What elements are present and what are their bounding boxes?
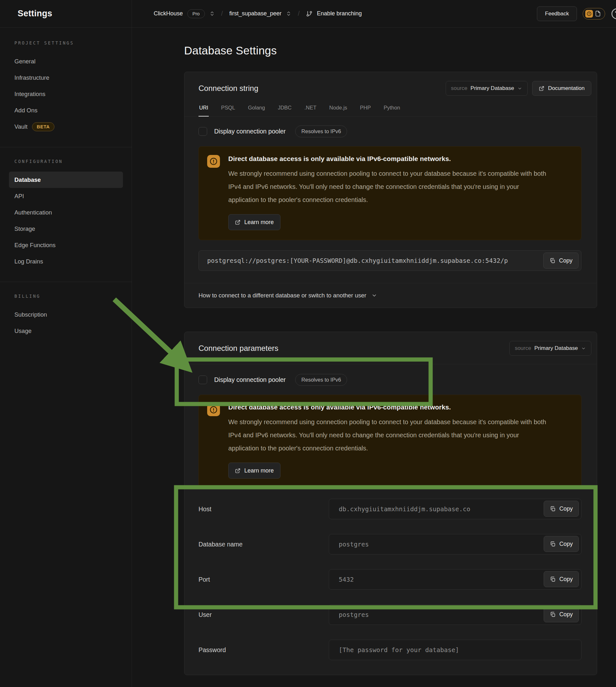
source-select-value: Primary Database <box>534 345 578 352</box>
breadcrumb-project[interactable]: first_supabase_peer <box>229 10 281 17</box>
external-link-icon <box>539 86 544 91</box>
sidebar-item-general[interactable]: General <box>9 53 123 69</box>
learn-more-button[interactable]: Learn more <box>228 463 281 479</box>
pooler-row: Display connection pooler Resolves to IP… <box>198 126 581 137</box>
top-header: Settings ClickHouse Pro / first_supabase… <box>0 0 616 27</box>
param-value: postgres <box>339 611 369 619</box>
sidebar-item-label: Vault <box>15 123 27 130</box>
sidebar-item-authentication[interactable]: Authentication <box>9 204 123 221</box>
copy-button-label: Copy <box>559 258 572 264</box>
param-row-database-name: Database namepostgres Copy <box>198 534 581 554</box>
connection-uri-field[interactable]: postgresql://postgres:[YOUR-PASSWORD]@db… <box>198 250 581 271</box>
sidebar-item-label: API <box>15 193 24 200</box>
sidebar-item-storage[interactable]: Storage <box>9 221 123 237</box>
org-selector-chevrons-icon[interactable] <box>210 11 215 16</box>
source-select[interactable]: source Primary Database <box>446 81 528 96</box>
connection-string-tabs: URIPSQLGolangJDBC.NETNode.jsPHPPython <box>184 101 597 116</box>
copy-icon <box>549 258 555 264</box>
warning-body: We strongly recommend using connection p… <box>228 167 548 206</box>
org-status-button[interactable] <box>583 8 605 20</box>
external-link-icon <box>235 468 240 473</box>
settings-page: Settings ClickHouse Pro / first_supabase… <box>0 0 616 687</box>
breadcrumb-org[interactable]: ClickHouse <box>154 10 183 17</box>
connection-parameters-fields: Hostdb.cxhygiuitamxhniiddjm.supabase.co … <box>198 499 581 660</box>
connection-string-card: Connection string source Primary Databas… <box>184 72 597 308</box>
learn-more-label: Learn more <box>244 467 274 474</box>
sidebar-item-label: Add Ons <box>15 107 38 114</box>
sidebar-item-label: Edge Functions <box>15 242 56 249</box>
connection-parameters-controls: source Primary Database <box>509 341 591 356</box>
tab-label: Node.js <box>329 105 347 110</box>
sidebar-item-integrations[interactable]: Integrations <box>9 86 123 102</box>
password-input[interactable]: [The password for your database] <box>329 640 581 660</box>
source-select[interactable]: source Primary Database <box>509 341 591 356</box>
tab-psql[interactable]: PSQL <box>220 101 236 116</box>
param-value: 5432 <box>339 576 354 583</box>
feedback-button[interactable]: Feedback <box>537 6 577 21</box>
document-icon <box>595 10 601 17</box>
tab-node-js[interactable]: Node.js <box>329 101 348 116</box>
ipv6-warning-box: Direct database access is only available… <box>198 395 581 489</box>
pooler-label: Display connection pooler <box>214 376 286 383</box>
param-value: postgres <box>339 541 369 548</box>
copy-button[interactable]: Copy <box>544 501 579 517</box>
tab-label: JDBC <box>278 105 292 110</box>
sidebar-item-usage[interactable]: Usage <box>9 323 123 339</box>
app-title: Settings <box>18 9 52 19</box>
tab-net[interactable]: .NET <box>304 101 317 116</box>
copy-button[interactable]: Copy <box>544 571 579 587</box>
copy-button[interactable]: Copy <box>544 606 579 622</box>
sidebar-item-database[interactable]: Database <box>9 172 123 188</box>
sidebar-item-label: Integrations <box>15 91 45 98</box>
copy-button-label: Copy <box>559 541 573 548</box>
copy-button-label: Copy <box>559 506 573 512</box>
connection-string-controls: source Primary Database Documentation <box>446 81 591 96</box>
sidebar-divider <box>0 282 132 282</box>
sidebar-item-edge-functions[interactable]: Edge Functions <box>9 237 123 253</box>
sidebar-item-label: Subscription <box>15 311 47 318</box>
copy-button[interactable]: Copy <box>543 252 578 269</box>
warning-body: We strongly recommend using connection p… <box>228 416 548 455</box>
sidebar-item-label: Storage <box>15 225 35 232</box>
copy-icon <box>550 612 556 618</box>
sidebar-section-title: CONFIGURATION <box>0 159 132 164</box>
resolves-to-ipv6-badge: Resolves to IPv6 <box>295 126 347 137</box>
sidebar-item-infrastructure[interactable]: Infrastructure <box>9 69 123 86</box>
documentation-button[interactable]: Documentation <box>532 81 591 96</box>
sidebar-item-api[interactable]: API <box>9 188 123 204</box>
connection-parameters-title: Connection parameters <box>198 344 278 353</box>
beta-badge: BETA <box>32 122 54 131</box>
param-value: db.cxhygiuitamxhniiddjm.supabase.co <box>339 506 470 513</box>
param-row-user: Userpostgres Copy <box>198 604 581 625</box>
sidebar-item-log-drains[interactable]: Log Drains <box>9 253 123 269</box>
display-connection-pooler-checkbox[interactable] <box>198 127 207 136</box>
sidebar-item-add-ons[interactable]: Add Ons <box>9 102 123 118</box>
sidebar-item-subscription[interactable]: Subscription <box>9 306 123 323</box>
copy-button[interactable]: Copy <box>544 536 579 552</box>
git-branch-icon <box>306 10 312 17</box>
sidebar-item-vault[interactable]: VaultBETA <box>9 118 123 135</box>
tab-golang[interactable]: Golang <box>247 101 265 116</box>
sidebar-item-label: General <box>15 58 36 65</box>
help-button[interactable] <box>611 8 616 20</box>
tab-python[interactable]: Python <box>383 101 400 116</box>
learn-more-label: Learn more <box>244 219 274 226</box>
project-selector-chevrons-icon[interactable] <box>286 11 291 16</box>
tab-php[interactable]: PHP <box>359 101 371 116</box>
connect-help-expander[interactable]: How to connect to a different database o… <box>184 283 597 308</box>
tab-label: .NET <box>305 105 317 110</box>
copy-button-label: Copy <box>559 611 573 618</box>
learn-more-button[interactable]: Learn more <box>228 214 281 230</box>
connection-string-title: Connection string <box>198 84 258 93</box>
enable-branching-button[interactable]: Enable branching <box>317 10 362 17</box>
param-label: Password <box>198 646 329 654</box>
tab-uri[interactable]: URI <box>198 101 209 116</box>
tab-label: Golang <box>248 105 265 110</box>
copy-icon <box>550 576 556 582</box>
pooler-label: Display connection pooler <box>214 128 286 135</box>
copy-icon <box>550 541 556 547</box>
sidebar-item-label: Log Drains <box>15 258 43 265</box>
display-connection-pooler-checkbox[interactable] <box>198 376 207 384</box>
tab-jdbc[interactable]: JDBC <box>277 101 292 116</box>
breadcrumb-separator: / <box>296 10 302 17</box>
